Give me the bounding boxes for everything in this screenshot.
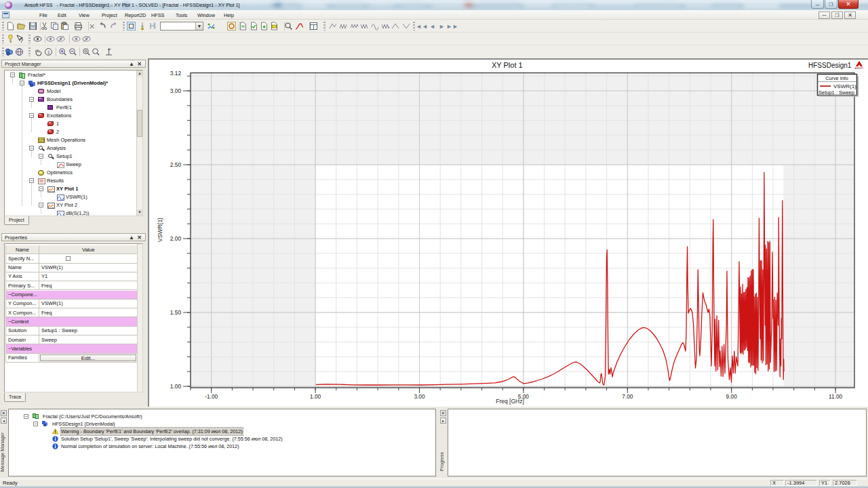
svg-text:VSWR(1): VSWR(1) (157, 218, 163, 242)
svg-text:11.00: 11.00 (829, 393, 843, 400)
svg-text:?: ? (20, 37, 23, 43)
svg-text:Curve Info: Curve Info (825, 75, 848, 81)
svg-text:HFSSDesign1: HFSSDesign1 (808, 62, 852, 69)
svg-text:-1.00: -1.00 (205, 393, 218, 400)
svg-text:ANSOFT: ANSOFT (855, 67, 864, 70)
svg-text:1.00: 1.00 (170, 383, 182, 390)
svg-text:7.00: 7.00 (622, 393, 633, 400)
svg-text:3.00: 3.00 (170, 87, 182, 94)
svg-text:3.00: 3.00 (414, 393, 425, 400)
svg-text:2.00: 2.00 (170, 235, 182, 242)
svg-text:Freq [GHz]: Freq [GHz] (496, 398, 524, 405)
svg-text:2.50: 2.50 (170, 161, 182, 168)
svg-text:1: 1 (47, 49, 51, 56)
svg-text:9.00: 9.00 (726, 393, 738, 400)
svg-text:Setup1 : Sweep: Setup1 : Sweep (818, 89, 854, 96)
svg-text:XY Plot 1: XY Plot 1 (492, 61, 523, 69)
svg-text:1.50: 1.50 (170, 309, 182, 316)
svg-text:1.00: 1.00 (310, 393, 321, 400)
svg-text:3.12: 3.12 (170, 70, 182, 77)
